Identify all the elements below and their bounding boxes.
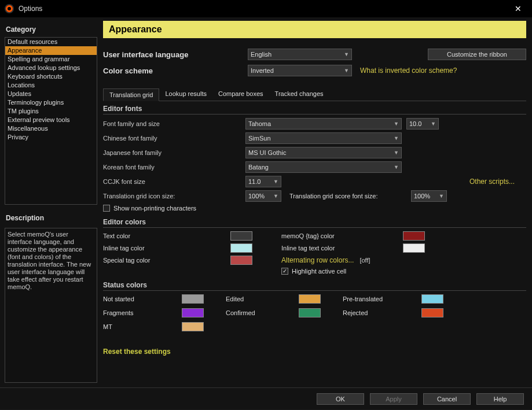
- help-button[interactable]: Help: [476, 393, 524, 405]
- korean-font-select[interactable]: Batang ▼: [245, 161, 402, 173]
- chevron-down-icon: ▼: [273, 193, 278, 199]
- japanese-font-value: MS UI Gothic: [248, 149, 286, 156]
- rejected-swatch[interactable]: [421, 308, 443, 317]
- korean-font-value: Batang: [248, 164, 269, 171]
- inline-tag-swatch[interactable]: [230, 243, 252, 253]
- ok-button[interactable]: OK: [317, 393, 364, 405]
- category-item[interactable]: Terminology plugins: [5, 98, 97, 107]
- japanese-font-select[interactable]: MS UI Gothic ▼: [245, 147, 402, 158]
- not-started-swatch[interactable]: [182, 294, 204, 304]
- score-font-select[interactable]: 100% ▼: [411, 190, 447, 202]
- apply-button[interactable]: Apply: [370, 393, 417, 405]
- tab-tracked-changes[interactable]: Tracked changes: [269, 88, 329, 101]
- chinese-font-value: SimSun: [248, 135, 271, 142]
- score-font-value: 100%: [414, 193, 430, 200]
- pretranslated-label: Pre-translated: [343, 296, 412, 302]
- fragments-label: Fragments: [103, 309, 173, 316]
- text-color-swatch[interactable]: [230, 231, 252, 241]
- special-tag-swatch[interactable]: [230, 256, 252, 265]
- category-item[interactable]: Updates: [5, 90, 97, 98]
- chinese-font-label: Chinese font family: [103, 135, 245, 142]
- ui-language-label: User interface language: [103, 50, 248, 59]
- fragments-swatch[interactable]: [182, 308, 204, 317]
- pretranslated-swatch[interactable]: [421, 294, 443, 304]
- ui-language-value: English: [251, 51, 271, 58]
- editor-fonts-title: Editor fonts: [103, 105, 526, 114]
- category-item[interactable]: External preview tools: [5, 116, 97, 124]
- page-title: Appearance: [103, 21, 526, 38]
- category-item[interactable]: Privacy: [5, 133, 97, 142]
- mt-label: MT: [103, 323, 173, 330]
- chevron-down-icon: ▼: [431, 121, 436, 127]
- category-label: Category: [5, 22, 97, 37]
- color-scheme-select[interactable]: Inverted ▼: [248, 65, 352, 76]
- category-item[interactable]: TM plugins: [5, 107, 97, 116]
- status-colors-title: Status colors: [103, 281, 526, 291]
- chevron-down-icon: ▼: [394, 150, 399, 156]
- not-started-label: Not started: [103, 296, 173, 302]
- tab-compare-boxes[interactable]: Compare boxes: [212, 88, 269, 101]
- chevron-down-icon: ▼: [394, 164, 399, 170]
- font-size-select[interactable]: 10.0 ▼: [406, 118, 439, 130]
- text-color-label: Text color: [103, 232, 230, 239]
- nonprinting-checkbox[interactable]: [103, 205, 110, 212]
- nonprinting-label: Show non-printing characters: [113, 205, 196, 212]
- description-label: Description: [5, 210, 97, 226]
- korean-font-label: Korean font family: [103, 164, 245, 171]
- category-item[interactable]: Default resources: [5, 38, 97, 46]
- category-item[interactable]: Locations: [5, 81, 97, 90]
- tag-color-swatch[interactable]: [403, 231, 425, 241]
- chevron-down-icon: ▼: [273, 179, 278, 184]
- tag-color-label: memoQ {tag} color: [281, 232, 403, 239]
- highlight-label: Highlight active cell: [292, 268, 346, 275]
- category-item[interactable]: Appearance: [5, 46, 97, 55]
- font-family-select[interactable]: Tahoma ▼: [245, 118, 402, 130]
- ccjk-size-value: 11.0: [248, 178, 261, 185]
- customize-ribbon-button[interactable]: Customize the ribbon: [428, 49, 526, 60]
- alt-rows-state: [off]: [359, 257, 370, 264]
- chevron-down-icon: ▼: [344, 51, 349, 57]
- color-scheme-value: Inverted: [251, 67, 274, 74]
- color-scheme-label: Color scheme: [103, 67, 248, 75]
- tab-translation-grid[interactable]: Translation grid: [103, 88, 159, 101]
- category-item[interactable]: Miscellaneous: [5, 124, 97, 133]
- editor-colors-title: Editor colors: [103, 218, 526, 228]
- chevron-down-icon: ▼: [394, 135, 399, 141]
- ccjk-size-label: CCJK font size: [103, 178, 245, 185]
- mt-swatch[interactable]: [182, 322, 204, 331]
- ui-language-select[interactable]: English ▼: [248, 49, 352, 60]
- edited-swatch[interactable]: [299, 294, 321, 304]
- japanese-font-label: Japanese font family: [103, 149, 245, 156]
- other-scripts-link[interactable]: Other scripts...: [469, 178, 515, 186]
- confirmed-swatch[interactable]: [299, 308, 321, 317]
- window-title: Options: [19, 5, 509, 13]
- grid-icon-size-label: Translation grid icon size:: [103, 193, 245, 200]
- category-item[interactable]: Keyboard shortcuts: [5, 72, 97, 81]
- inverted-help-link[interactable]: What is inverted color scheme?: [360, 67, 457, 75]
- category-item[interactable]: Advanced lookup settings: [5, 64, 97, 72]
- tab-lookup-results[interactable]: Lookup results: [159, 88, 212, 101]
- grid-icon-size-select[interactable]: 100% ▼: [245, 190, 281, 202]
- category-item[interactable]: Spelling and grammar: [5, 55, 97, 64]
- description-text: Select memoQ's user interface language, …: [5, 228, 97, 383]
- footer: OK Apply Cancel Help: [0, 387, 532, 409]
- ccjk-size-select[interactable]: 11.0 ▼: [245, 176, 281, 187]
- edited-label: Edited: [226, 296, 289, 302]
- confirmed-label: Confirmed: [226, 309, 289, 316]
- category-listbox[interactable]: Default resourcesAppearanceSpelling and …: [5, 37, 97, 205]
- font-size-value: 10.0: [409, 120, 421, 127]
- chinese-font-select[interactable]: SimSun ▼: [245, 132, 402, 144]
- reset-settings-link[interactable]: Reset these settings: [103, 348, 526, 356]
- alt-rows-link[interactable]: Alternating row colors...: [281, 256, 354, 264]
- chevron-down-icon: ▼: [439, 193, 444, 199]
- inline-tag-label: Inline tag color: [103, 245, 230, 252]
- cancel-button[interactable]: Cancel: [423, 393, 471, 405]
- inline-text-swatch[interactable]: [403, 243, 425, 253]
- highlight-checkbox[interactable]: ✓: [281, 268, 288, 275]
- tabs: Translation gridLookup resultsCompare bo…: [103, 88, 526, 101]
- special-tag-label: Special tag color: [103, 257, 230, 264]
- font-family-label: Font family and size: [103, 120, 245, 127]
- titlebar: Options ✕: [0, 0, 532, 17]
- close-icon[interactable]: ✕: [509, 2, 527, 16]
- chevron-down-icon: ▼: [394, 121, 399, 127]
